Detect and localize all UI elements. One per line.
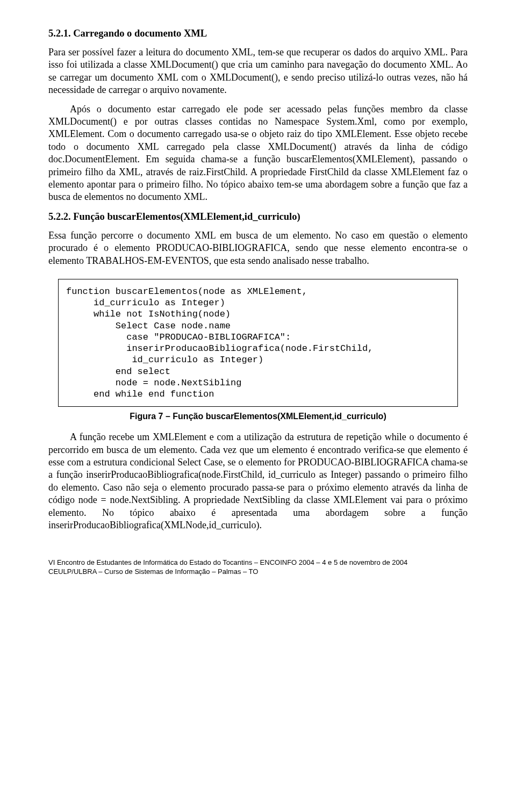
section-521-p1: Para ser possível fazer a leitura do doc… [48,46,468,97]
footer-line-2: CEULP/ULBRA – Curso de Sistemas de Infor… [48,567,468,576]
page-footer: VI Encontro de Estudantes de Informática… [48,558,468,576]
section-521-p2: Após o documento estar carregado ele pod… [48,103,468,204]
footer-line-1: VI Encontro de Estudantes de Informática… [48,558,468,567]
figure-caption: Figura 7 – Função buscarElementos(XMLEle… [48,411,468,422]
section-522-p1: Essa função percorre o documento XML em … [48,229,468,267]
section-521-title: 5.2.1. Carregando o documento XML [48,27,468,40]
code-listing: function buscarElementos(node as XMLElem… [58,279,458,407]
section-522-p2: A função recebe um XMLElement e com a ut… [48,431,468,531]
section-522-title: 5.2.2. Função buscarElementos(XMLElement… [48,210,468,223]
